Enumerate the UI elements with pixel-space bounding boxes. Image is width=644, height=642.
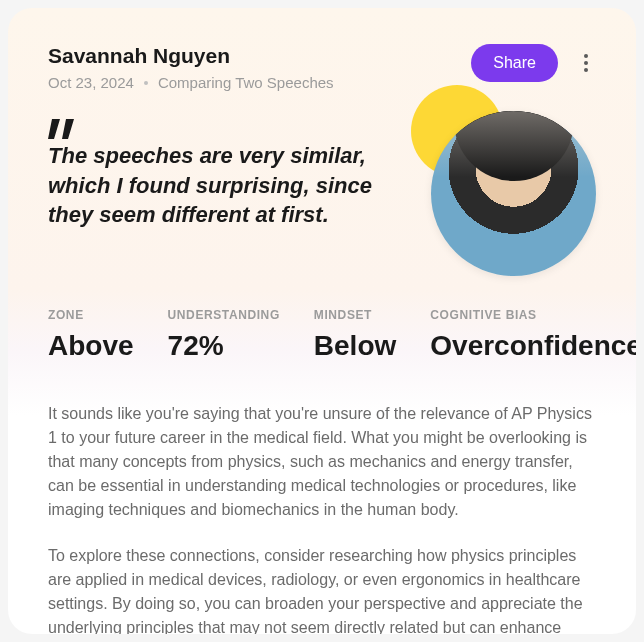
share-button[interactable]: Share <box>471 44 558 82</box>
header-meta: Savannah Nguyen Oct 23, 2024 Comparing T… <box>48 44 471 91</box>
stat-mindset: MINDSET Below <box>314 308 396 362</box>
card-header: Savannah Nguyen Oct 23, 2024 Comparing T… <box>48 44 596 91</box>
author-name: Savannah Nguyen <box>48 44 471 68</box>
separator-dot <box>144 81 148 85</box>
body-paragraph: To explore these connections, consider r… <box>48 544 596 634</box>
meta-row: Oct 23, 2024 Comparing Two Speeches <box>48 74 471 91</box>
stat-cognitive-bias: COGNITIVE BIAS Overconfidence <box>430 308 636 362</box>
avatar-container <box>431 111 596 276</box>
body-paragraph: It sounds like you're saying that you're… <box>48 402 596 522</box>
quote-block: The speeches are very similar, which I f… <box>48 111 401 230</box>
body-text: It sounds like you're saying that you're… <box>48 402 596 634</box>
stat-zone: ZONE Above <box>48 308 134 362</box>
stat-value: Below <box>314 330 396 362</box>
stat-value: Overconfidence <box>430 330 636 362</box>
more-options-icon[interactable] <box>576 54 596 72</box>
content-row: The speeches are very similar, which I f… <box>48 111 596 276</box>
post-date: Oct 23, 2024 <box>48 74 134 91</box>
stat-understanding: UNDERSTANDING 72% <box>168 308 280 362</box>
post-topic: Comparing Two Speeches <box>158 74 334 91</box>
header-actions: Share <box>471 44 596 82</box>
quote-text: The speeches are very similar, which I f… <box>48 141 401 230</box>
stat-value: Above <box>48 330 134 362</box>
stat-label: UNDERSTANDING <box>168 308 280 322</box>
stats-row: ZONE Above UNDERSTANDING 72% MINDSET Bel… <box>48 308 596 362</box>
stat-value: 72% <box>168 330 280 362</box>
insight-card: Savannah Nguyen Oct 23, 2024 Comparing T… <box>8 8 636 634</box>
avatar <box>431 111 596 276</box>
stat-label: ZONE <box>48 308 134 322</box>
stat-label: COGNITIVE BIAS <box>430 308 636 322</box>
stat-label: MINDSET <box>314 308 396 322</box>
quote-mark-icon <box>48 119 78 139</box>
